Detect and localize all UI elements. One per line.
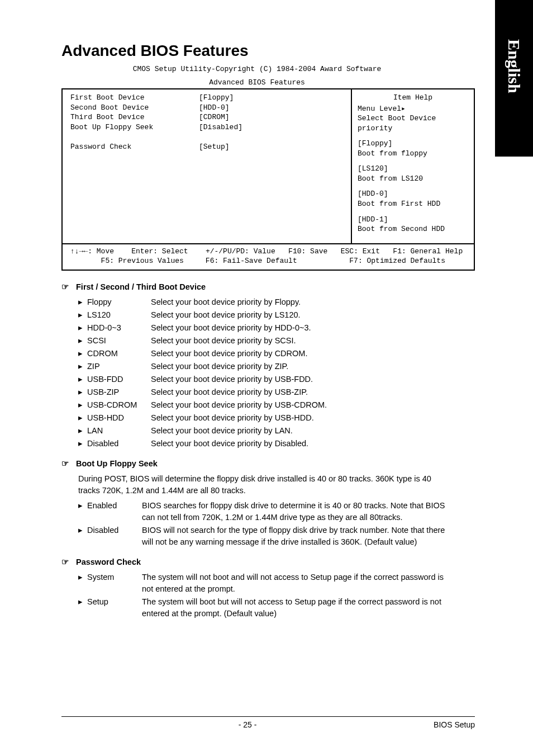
section-title: Boot Up Floppy Seek — [76, 458, 158, 470]
section-floppy-seek: ☞ Boot Up Floppy Seek During POST, BIOS … — [61, 457, 453, 548]
option-row: ▸SCSISelect your boot device priority by… — [78, 335, 453, 347]
page-title: Advanced BIOS Features — [61, 42, 453, 60]
option-name: LAN — [87, 425, 151, 437]
bullet-icon: ▸ — [78, 399, 87, 411]
option-description: Select your boot device priority by USB-… — [151, 386, 453, 398]
section-intro: During POST, BIOS will determine the flo… — [61, 473, 453, 497]
bullet-icon: ▸ — [78, 309, 87, 321]
language-tab-text: English — [505, 39, 524, 93]
option-name: Setup — [87, 596, 142, 608]
footer-label: BIOS Setup — [434, 720, 475, 729]
bullet-icon: ▸ — [78, 386, 87, 398]
bullet-icon: ▸ — [78, 571, 87, 583]
option-description: BIOS searches for floppy disk drive to d… — [142, 500, 453, 523]
option-description: Select your boot device priority by LAN. — [151, 425, 453, 437]
option-description: Select your boot device priority by USB-… — [151, 399, 453, 411]
option-name: HDD-0~3 — [87, 322, 151, 334]
option-name: Disabled — [87, 525, 142, 536]
option-row: ▸USB-ZIPSelect your boot device priority… — [78, 386, 453, 398]
help-description: Select Boot Device priority — [358, 114, 468, 133]
bullet-icon: ▸ — [78, 596, 87, 608]
option-name: SCSI — [87, 335, 151, 347]
setting-row: Password Check[Setup] — [70, 142, 345, 152]
option-description: Select your boot device priority by HDD-… — [151, 322, 453, 334]
language-tab: English — [495, 0, 533, 157]
bios-help-panel: Item Help Menu Level▸ Select Boot Device… — [351, 89, 474, 243]
option-row: ▸SetupThe system will boot but will not … — [78, 596, 453, 620]
option-name: LS120 — [87, 309, 151, 321]
section-pointer-icon: ☞ — [61, 457, 76, 470]
help-title: Item Help — [358, 93, 468, 103]
option-description: The system will boot but will not access… — [142, 596, 453, 620]
bullet-icon: ▸ — [78, 374, 87, 385]
option-row: ▸USB-FDDSelect your boot device priority… — [78, 374, 453, 385]
option-description: Select your boot device priority by Disa… — [151, 438, 453, 450]
bios-key-hints: ↑↓→←: Move Enter: Select +/-/PU/PD: Valu… — [63, 243, 474, 270]
setting-row: Third Boot Device[CDROM] — [70, 112, 345, 122]
setting-row: Boot Up Floppy Seek[Disabled] — [70, 122, 345, 133]
bullet-icon: ▸ — [78, 322, 87, 334]
page-footer: - 25 - BIOS Setup — [61, 716, 475, 729]
option-row: ▸HDD-0~3Select your boot device priority… — [78, 322, 453, 334]
option-name: Enabled — [87, 500, 142, 512]
option-row: ▸EnabledBIOS searches for floppy disk dr… — [78, 500, 453, 523]
help-item: [HDD-1]Boot from Second HDD — [358, 215, 468, 234]
bullet-icon: ▸ — [78, 500, 87, 512]
option-row: ▸FloppySelect your boot device priority … — [78, 296, 453, 308]
bullet-icon: ▸ — [78, 412, 87, 424]
bullet-icon: ▸ — [78, 361, 87, 372]
option-name: USB-HDD — [87, 412, 151, 424]
option-row: ▸LANSelect your boot device priority by … — [78, 425, 453, 437]
section-password-check: ☞ Password Check ▸SystemThe system will … — [61, 556, 453, 620]
option-name: CDROM — [87, 348, 151, 360]
option-name: Disabled — [87, 438, 151, 450]
option-name: ZIP — [87, 361, 151, 372]
bullet-icon: ▸ — [78, 296, 87, 308]
bios-window: First Boot Device[Floppy] Second Boot De… — [61, 88, 475, 271]
help-item: [LS120]Boot from LS120 — [358, 164, 468, 183]
bullet-icon: ▸ — [78, 438, 87, 450]
setting-row: First Boot Device[Floppy] — [70, 93, 345, 103]
option-description: BIOS will not search for the type of flo… — [142, 525, 453, 548]
option-name: USB-FDD — [87, 374, 151, 385]
option-row: ▸USB-CDROMSelect your boot device priori… — [78, 399, 453, 411]
section-pointer-icon: ☞ — [61, 281, 76, 293]
option-row: ▸DisabledBIOS will not search for the ty… — [78, 525, 453, 548]
bullet-icon: ▸ — [78, 425, 87, 437]
option-description: Select your boot device priority by ZIP. — [151, 361, 453, 372]
section-boot-device: ☞ First / Second / Third Boot Device ▸Fl… — [61, 281, 453, 450]
menu-level: Menu Level▸ — [358, 104, 468, 114]
section-pointer-icon: ☞ — [61, 556, 76, 568]
option-row: ▸USB-HDDSelect your boot device priority… — [78, 412, 453, 424]
option-name: System — [87, 571, 142, 583]
option-row: ▸ZIPSelect your boot device priority by … — [78, 361, 453, 372]
option-description: Select your boot device priority by Flop… — [151, 296, 453, 308]
option-description: Select your boot device priority by USB-… — [151, 412, 453, 424]
section-title: Password Check — [76, 556, 141, 568]
option-row: ▸SystemThe system will not boot and will… — [78, 571, 453, 595]
option-row: ▸DisabledSelect your boot device priorit… — [78, 438, 453, 450]
bullet-icon: ▸ — [78, 335, 87, 347]
section-title: First / Second / Third Boot Device — [76, 281, 206, 293]
option-description: Select your boot device priority by CDRO… — [151, 348, 453, 360]
help-item: [HDD-0]Boot from First HDD — [358, 189, 468, 209]
bios-subtitle: Advanced BIOS Features — [61, 78, 453, 88]
option-description: The system will not boot and will not ac… — [142, 571, 453, 595]
setting-row: Second Boot Device[HDD-0] — [70, 103, 345, 113]
bullet-icon: ▸ — [78, 348, 87, 360]
option-row: ▸CDROMSelect your boot device priority b… — [78, 348, 453, 360]
option-description: Select your boot device priority by LS12… — [151, 309, 453, 321]
bullet-icon: ▸ — [78, 525, 87, 536]
option-description: Select your boot device priority by SCSI… — [151, 335, 453, 347]
option-name: Floppy — [87, 296, 151, 308]
option-name: USB-CDROM — [87, 399, 151, 411]
option-name: USB-ZIP — [87, 386, 151, 398]
option-description: Select your boot device priority by USB-… — [151, 374, 453, 385]
bios-copyright: CMOS Setup Utility-Copyright (C) 1984-20… — [61, 64, 453, 74]
page-number: - 25 - — [61, 720, 434, 729]
bios-settings-panel: First Boot Device[Floppy] Second Boot De… — [63, 89, 351, 243]
option-row: ▸LS120Select your boot device priority b… — [78, 309, 453, 321]
help-item: [Floppy]Boot from floppy — [358, 139, 468, 158]
